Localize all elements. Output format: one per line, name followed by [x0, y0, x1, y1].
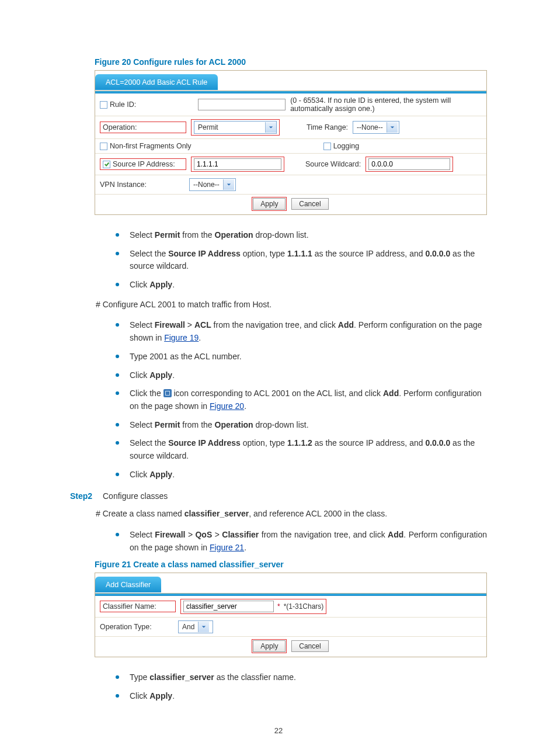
chevron-down-icon: [387, 122, 398, 133]
optype-dropdown[interactable]: And: [178, 620, 213, 633]
button-row: Apply Cancel: [95, 637, 486, 657]
optype-label: Operation Type:: [100, 623, 173, 631]
row-vpn: VPN Instance: --None--: [95, 175, 486, 195]
list-item: Select the Source IP Address option, typ…: [116, 248, 487, 273]
srcip-checkbox[interactable]: Source IP Address:: [100, 158, 186, 170]
button-row: Apply Cancel: [95, 195, 486, 214]
checkbox-icon: [323, 143, 331, 150]
tab-add-classifier[interactable]: Add Classifier: [95, 577, 161, 592]
apply-button[interactable]: Apply: [253, 640, 286, 652]
hash-line-2: # Create a class named classifier_server…: [96, 508, 487, 521]
checkbox-icon: [100, 101, 107, 109]
list-item: Type 2001 as the ACL number.: [116, 351, 487, 363]
srcwild-input-highlight: [365, 157, 453, 172]
bullet-list-d: Type classifier_server as the classfier …: [116, 671, 487, 702]
classifier-input-highlight: **(1-31Chars): [180, 599, 326, 614]
operation-value: Permit: [194, 123, 222, 131]
nonfirst-label: Non-first Fragments Only: [110, 142, 192, 150]
list-item: Click Apply.: [116, 469, 487, 481]
srcip-input[interactable]: [194, 158, 281, 170]
srcip-input-highlight: [191, 157, 284, 172]
operation-highlight: Permit: [191, 119, 280, 136]
time-range-value: --None--: [353, 123, 387, 131]
figure-21-panel: Add Classifier Classifier Name: **(1-31C…: [95, 573, 487, 657]
figure-19-link[interactable]: Figure 19: [164, 333, 199, 342]
document-page: Figure 20 Configure rules for ACL 2000 A…: [0, 0, 557, 756]
figure-21-link[interactable]: Figure 21: [210, 543, 244, 552]
figure-20-caption: Figure 20 Configure rules for ACL 2000: [95, 57, 487, 67]
list-item: Click Apply.: [116, 369, 487, 382]
step-2-text: Configure classes: [103, 491, 168, 501]
cancel-button[interactable]: Cancel: [291, 640, 328, 652]
rule-id-input[interactable]: [198, 99, 286, 110]
step-2-row: Step2 Configure classes: [70, 491, 487, 501]
srcwild-input[interactable]: [368, 158, 450, 170]
bullet-list-a: Select Permit from the Operation drop-do…: [116, 229, 487, 292]
list-item: Select Permit from the Operation drop-do…: [116, 229, 487, 242]
checkbox-icon: [100, 143, 107, 150]
operation-dropdown[interactable]: Permit: [194, 121, 277, 134]
apply-button[interactable]: Apply: [253, 198, 286, 210]
row-rule-id: Rule ID: (0 - 65534. If no rule ID is en…: [95, 93, 486, 116]
page-number: 22: [70, 726, 487, 735]
logging-checkbox[interactable]: Logging: [323, 142, 360, 150]
srcip-label: Source IP Address:: [113, 160, 175, 168]
figure-21-caption: Figure 21 Create a class named classifie…: [95, 560, 487, 569]
checkbox-checked-icon: [103, 161, 110, 168]
figure-20-panel: ACL=2000 Add Basic ACL Rule Rule ID: (0 …: [95, 70, 487, 215]
list-item: Click Apply.: [116, 690, 487, 703]
srcwild-label: Source Wildcard:: [305, 160, 361, 168]
row-source-ip: Source IP Address: Source Wildcard:: [95, 154, 486, 175]
list-item: Select Firewall > QoS > Classifier from …: [116, 529, 487, 554]
vpn-dropdown[interactable]: --None--: [189, 178, 236, 191]
classifier-name-hint: *(1-31Chars): [284, 602, 324, 611]
rule-id-label: Rule ID:: [110, 100, 136, 109]
list-item: Click Apply.: [116, 279, 487, 292]
chevron-down-icon: [265, 122, 276, 133]
row-fragments-logging: Non-first Fragments Only Logging: [95, 139, 486, 154]
cancel-button[interactable]: Cancel: [291, 198, 328, 210]
operation-label: Operation:: [100, 122, 186, 133]
time-range-dropdown[interactable]: --None--: [353, 121, 399, 134]
tab-bar: ACL=2000 Add Basic ACL Rule: [95, 71, 486, 91]
list-item: Type classifier_server as the classfier …: [116, 671, 487, 684]
chevron-down-icon: [198, 622, 209, 632]
logging-label: Logging: [333, 142, 360, 150]
row-operation: Operation: Permit Time Range: --None--: [95, 116, 486, 139]
optype-value: And: [179, 623, 198, 631]
tab-acl-rule[interactable]: ACL=2000 Add Basic ACL Rule: [95, 74, 218, 90]
classifier-name-input[interactable]: [183, 601, 274, 612]
rule-id-checkbox[interactable]: Rule ID:: [100, 100, 136, 109]
list-item: Select Firewall > ACL from the navigatio…: [116, 319, 487, 344]
rule-id-hint: (0 - 65534. If no rule ID is entered, th…: [290, 96, 482, 113]
classifier-name-label: Classifier Name:: [100, 601, 176, 612]
bullet-list-b: Select Firewall > ACL from the navigatio…: [116, 319, 487, 481]
list-item: Select the Source IP Address option, typ…: [116, 437, 487, 462]
nonfirst-checkbox[interactable]: Non-first Fragments Only: [100, 142, 192, 150]
figure-20-link[interactable]: Figure 20: [210, 401, 244, 411]
vpn-label: VPN Instance:: [100, 181, 184, 189]
bullet-list-c: Select Firewall > QoS > Classifier from …: [116, 529, 487, 554]
edit-icon: [163, 389, 172, 397]
vpn-value: --None--: [190, 181, 223, 189]
list-item: Select Permit from the Operation drop-do…: [116, 419, 487, 432]
hash-line-1: # Configure ACL 2001 to match traffic fr…: [96, 299, 487, 311]
row-operation-type: Operation Type: And: [95, 618, 486, 637]
time-range-label: Time Range:: [307, 123, 348, 131]
row-classifier-name: Classifier Name: **(1-31Chars): [95, 596, 486, 618]
step-2-label: Step2: [70, 491, 96, 501]
chevron-down-icon: [223, 179, 234, 190]
tab-bar: Add Classifier: [95, 573, 486, 594]
list-item: Click the icon corresponding to ACL 2001…: [116, 387, 487, 412]
